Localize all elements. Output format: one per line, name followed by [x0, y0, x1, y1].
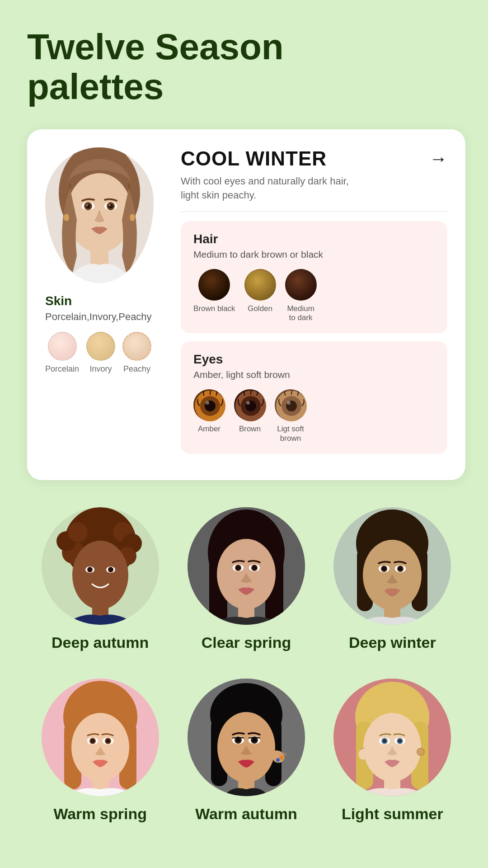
hair-label-medium-dark: Mediumto dark [287, 304, 314, 323]
person-label-warm-spring: Warm spring [53, 805, 147, 823]
svg-point-12 [130, 214, 135, 221]
svg-point-31 [89, 516, 112, 539]
eye-item-light-soft-brown: Ligt softbrown [275, 389, 306, 443]
hair-label-brown-black: Brown black [193, 304, 235, 313]
persons-row-2: Warm spring [27, 679, 465, 823]
svg-point-9 [108, 204, 113, 208]
svg-point-51 [253, 566, 256, 570]
svg-point-6 [86, 204, 88, 206]
svg-point-89 [279, 755, 284, 760]
person-item-deep-autumn: Deep autumn [35, 507, 166, 651]
svg-point-5 [86, 204, 90, 208]
person-label-deep-winter: Deep winter [349, 634, 436, 651]
main-title: Twelve Season palettes [27, 27, 465, 107]
person-item-clear-spring: Clear spring [181, 507, 312, 651]
portrait-container [45, 147, 154, 283]
person-circle-warm-autumn [188, 679, 305, 796]
svg-point-63 [399, 567, 402, 571]
skin-swatches: Porcelain Invory Peachy [45, 332, 151, 374]
svg-point-104 [398, 739, 402, 743]
season-header: COOL WINTER → [181, 147, 447, 170]
hair-trait-title: Hair [193, 232, 435, 246]
person-circle-clear-spring [188, 507, 305, 625]
eyes-trait-title: Eyes [193, 352, 435, 367]
svg-point-11 [64, 214, 69, 221]
swatch-porcelain: Porcelain [45, 332, 79, 374]
svg-point-10 [109, 204, 111, 206]
swatch-circle-porcelain [48, 332, 77, 361]
swatch-label-invory: Invory [90, 364, 112, 374]
hair-trait-subtitle: Medium to dark brown or black [193, 249, 435, 260]
person-item-warm-spring: Warm spring [35, 679, 166, 823]
season-card: Skin Porcelain,Invory,Peachy Porcelain I… [27, 129, 465, 480]
person-label-clear-spring: Clear spring [202, 634, 291, 651]
card-right: COOL WINTER → With cool eyes and natural… [181, 147, 447, 462]
skin-label: Skin [45, 294, 72, 308]
hair-item-golden: Golden [244, 269, 276, 323]
hair-color-golden [244, 269, 276, 301]
page-container: Twelve Season palettes [0, 0, 488, 868]
hair-label-golden: Golden [248, 304, 272, 313]
svg-point-25 [287, 401, 291, 405]
hair-color-medium-dark [285, 269, 317, 301]
eyes-trait-subtitle: Amber, light soft brown [193, 369, 435, 380]
svg-point-85 [236, 738, 240, 742]
svg-point-90 [276, 758, 280, 762]
svg-point-98 [417, 748, 424, 755]
hair-item-medium-dark: Mediumto dark [285, 269, 317, 323]
season-title: COOL WINTER [181, 147, 327, 170]
svg-point-75 [106, 739, 110, 743]
hair-trait-items: Brown black Golden Mediumto dark [193, 269, 435, 323]
svg-point-17 [206, 401, 209, 405]
eye-label-amber: Amber [198, 425, 221, 434]
eyes-trait-items: Amber [193, 389, 435, 443]
eye-label-brown: Brown [239, 425, 261, 434]
eyes-trait-card: Eyes Amber, light soft brown [181, 341, 447, 454]
svg-point-37 [87, 567, 93, 572]
svg-point-35 [72, 541, 128, 609]
person-circle-light-summer [333, 679, 451, 796]
eye-color-light-soft-brown [275, 389, 306, 421]
divider [181, 212, 447, 212]
person-item-warm-autumn: Warm autumn [181, 679, 312, 823]
swatch-circle-invory [86, 332, 115, 361]
person-circle-deep-autumn [42, 507, 159, 625]
svg-point-79 [224, 684, 269, 716]
persons-row-1: Deep autumn [27, 507, 465, 651]
swatch-circle-peachy [122, 332, 151, 361]
swatch-invory: Invory [86, 332, 115, 374]
person-item-deep-winter: Deep winter [327, 507, 458, 651]
arrow-icon[interactable]: → [429, 149, 447, 169]
swatch-peachy: Peachy [122, 332, 151, 374]
person-circle-warm-spring [42, 679, 159, 796]
svg-point-101 [383, 739, 386, 743]
svg-point-72 [91, 739, 94, 743]
person-label-deep-autumn: Deep autumn [52, 634, 149, 651]
persons-section: Deep autumn [27, 507, 465, 823]
svg-point-21 [246, 401, 250, 405]
season-description: With cool eyes and naturally dark hair,l… [181, 175, 447, 203]
svg-point-60 [382, 567, 386, 571]
swatch-label-peachy: Peachy [123, 364, 150, 374]
person-item-light-summer: Light summer [327, 679, 458, 823]
eye-color-amber [193, 389, 225, 421]
svg-point-30 [68, 522, 88, 542]
svg-point-88 [252, 738, 257, 742]
person-label-warm-autumn: Warm autumn [195, 805, 297, 823]
hair-color-brown-black [198, 269, 230, 301]
svg-point-39 [108, 567, 113, 572]
eye-label-light-soft-brown: Ligt softbrown [277, 425, 304, 443]
eye-item-brown: Brown [234, 389, 266, 443]
swatch-label-porcelain: Porcelain [45, 364, 79, 374]
eye-color-brown [234, 389, 266, 421]
svg-point-48 [236, 566, 240, 570]
person-label-light-summer: Light summer [342, 805, 443, 823]
person-circle-deep-winter [333, 507, 451, 625]
card-left: Skin Porcelain,Invory,Peachy Porcelain I… [45, 147, 163, 462]
hair-item-brown-black: Brown black [193, 269, 235, 323]
skin-subtitle: Porcelain,Invory,Peachy [45, 311, 152, 323]
eye-item-amber: Amber [193, 389, 225, 443]
hair-trait-card: Hair Medium to dark brown or black Brown… [181, 221, 447, 334]
